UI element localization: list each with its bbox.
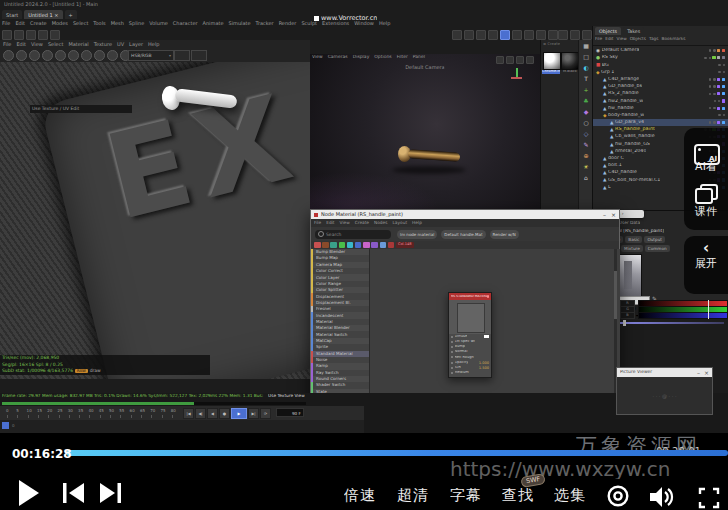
transport-button[interactable]: ▶| <box>248 408 259 419</box>
object-tag-icon[interactable] <box>722 92 725 95</box>
visibility-dot[interactable] <box>718 71 720 73</box>
object-tag-icon[interactable] <box>722 121 725 124</box>
volume-button[interactable] <box>648 485 674 510</box>
toolbar-icon[interactable] <box>524 30 534 40</box>
play-button[interactable] <box>18 480 40 510</box>
scrollbar-thumb[interactable] <box>614 271 617 319</box>
node-category-chip[interactable] <box>330 242 337 248</box>
toolbar-icon[interactable] <box>476 30 486 40</box>
material-node[interactable]: RS STANDARD MATERIAL DiffuseLM Spec wtBu… <box>448 292 492 378</box>
object-row[interactable]: ▲GD_handle_bk <box>593 83 728 90</box>
object-row[interactable]: ▲hw_handle <box>593 105 728 112</box>
playhead-marker[interactable] <box>2 422 9 429</box>
visibility-dot[interactable] <box>713 49 715 51</box>
minimize-icon[interactable]: – <box>603 211 606 218</box>
visibility-dot[interactable] <box>709 107 711 109</box>
node-category-chip[interactable] <box>388 242 395 248</box>
param-port[interactable] <box>451 336 453 338</box>
toolbar-icon[interactable] <box>488 30 498 40</box>
document-tab[interactable]: Start <box>2 10 22 19</box>
menu-volume[interactable]: Volume <box>149 21 168 26</box>
color-mode-dropdown[interactable]: HSB/RGB ▾ <box>128 50 174 61</box>
menu-select[interactable]: Select <box>73 21 88 26</box>
object-row[interactable]: ▲RS_2_handle <box>593 90 728 97</box>
object-tag-icon[interactable] <box>722 99 725 102</box>
object-tag-icon[interactable] <box>717 92 720 95</box>
side-tool-icon[interactable]: + <box>579 84 593 95</box>
param-port[interactable] <box>451 367 453 369</box>
transport-button[interactable]: ◀ <box>207 408 218 419</box>
attr-tab-output[interactable]: Output <box>644 236 665 243</box>
progress-bar[interactable] <box>66 450 728 456</box>
search-input[interactable]: Search <box>315 230 391 239</box>
ne-filter-pill-2[interactable]: Render w/N <box>490 230 519 239</box>
param-port[interactable] <box>451 356 453 358</box>
sidebar-item-expand[interactable]: ‹ 展开 <box>684 240 728 271</box>
material-name[interactable]: M.black <box>561 70 579 74</box>
material-thumbnail-black[interactable] <box>561 52 579 70</box>
om-menu-view[interactable]: View <box>617 37 627 41</box>
node-header[interactable]: RS STANDARD MATERIAL <box>449 293 491 300</box>
menu-create[interactable]: Create <box>30 21 47 26</box>
visibility-dot[interactable] <box>709 121 711 123</box>
param-port[interactable] <box>451 351 453 353</box>
object-tag-icon[interactable] <box>712 56 715 59</box>
object-tag-icon[interactable] <box>717 107 720 110</box>
toolbar-icon[interactable] <box>558 30 568 40</box>
toolbar-icon[interactable] <box>452 30 462 40</box>
vp-menu-filter[interactable]: Filter <box>397 55 408 60</box>
dialog-titlebar[interactable]: Picture Viewer – × <box>617 368 712 377</box>
menu-edit[interactable]: Edit <box>15 21 25 26</box>
node-output-port[interactable] <box>487 295 490 298</box>
object-tag-icon[interactable] <box>722 56 725 59</box>
object-row[interactable]: ▲hw2_handle_w <box>593 97 728 104</box>
side-tool-icon[interactable]: ◆ <box>579 106 593 117</box>
toolbar-icon[interactable] <box>582 30 592 40</box>
side-tool-icon[interactable]: ▦ <box>579 40 593 51</box>
node-category-chip[interactable] <box>363 242 370 248</box>
menu-render[interactable]: Render <box>279 21 297 26</box>
visibility-dot[interactable] <box>713 107 715 109</box>
object-row[interactable]: ●RS Sky <box>593 54 728 61</box>
toolbar-icon[interactable] <box>512 30 522 40</box>
tv-menu-layer[interactable]: Layer <box>129 42 143 47</box>
param-swatch[interactable] <box>484 335 489 338</box>
om-menu-tags[interactable]: Tags <box>649 37 659 41</box>
ne-menu-help[interactable]: Help <box>412 221 422 225</box>
orbit-icon[interactable] <box>506 56 514 64</box>
search-button[interactable]: 查找 <box>502 488 534 503</box>
perspective-viewport[interactable]: ViewCamerasDisplayOptionsFilterPanel Def… <box>310 54 540 210</box>
toolbar-icon[interactable] <box>2 30 12 40</box>
transport-button[interactable]: |◀ <box>183 408 194 419</box>
object-tag-icon[interactable] <box>717 49 720 52</box>
side-tool-icon[interactable]: □ <box>579 51 593 62</box>
om-menu-edit[interactable]: Edit <box>605 37 613 41</box>
menu-help[interactable]: Help <box>379 21 390 26</box>
toolbar-icon[interactable] <box>26 30 36 40</box>
toolbar-icon[interactable] <box>500 30 510 40</box>
visibility-dot[interactable] <box>709 78 711 80</box>
param-port[interactable] <box>451 346 453 348</box>
toolbar-icon[interactable] <box>14 30 24 40</box>
transport-button[interactable]: ● <box>219 408 230 419</box>
menu-tracker[interactable]: Tracker <box>256 21 274 26</box>
object-row[interactable]: ■BG <box>593 61 728 68</box>
side-tool-icon[interactable]: ☀ <box>579 161 593 172</box>
menu-file[interactable]: File <box>2 21 10 26</box>
paint-tool-icon[interactable] <box>42 50 53 61</box>
visibility-dot[interactable] <box>709 57 711 59</box>
ne-menu-view[interactable]: View <box>340 221 350 225</box>
object-tag-icon[interactable] <box>717 56 720 59</box>
param-port[interactable] <box>451 362 453 364</box>
side-tool-icon[interactable]: ⌂ <box>579 172 593 183</box>
node-category-chip[interactable] <box>371 242 378 248</box>
sidebar-item-ai[interactable]: AI AI看 <box>684 134 728 174</box>
tv-menu-help[interactable]: Help <box>148 42 159 47</box>
close-icon[interactable]: × <box>611 211 616 218</box>
paint-tool-icon[interactable] <box>55 50 66 61</box>
visibility-dot[interactable] <box>723 114 725 116</box>
tv-menu-view[interactable]: View <box>31 42 43 47</box>
ne-menu-create[interactable]: Create <box>355 221 369 225</box>
document-tab[interactable]: Untitled 1 × <box>24 10 62 19</box>
node-editor-titlebar[interactable]: Node Material (RS_handle_paint) – × <box>311 210 619 219</box>
